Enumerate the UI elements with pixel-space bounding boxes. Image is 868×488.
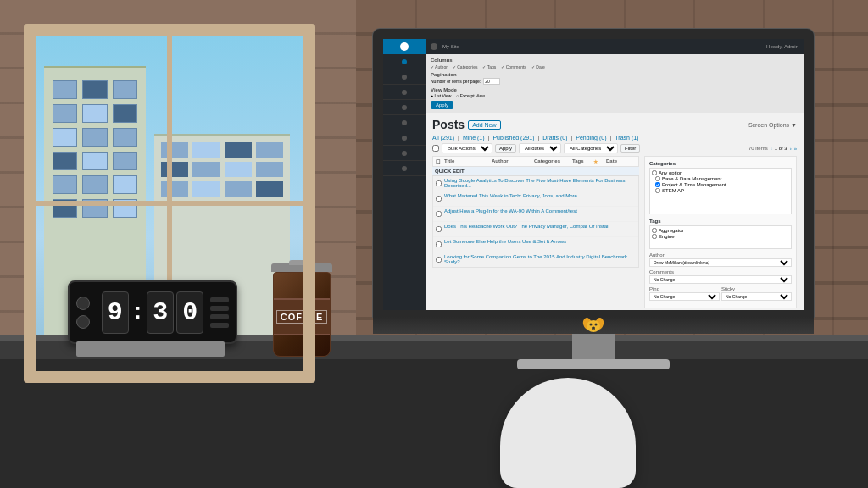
post-title-6[interactable]: Looking for Some Companion Gems to The 2…	[444, 254, 636, 265]
bulk-action-select[interactable]: Bulk Actions	[442, 143, 492, 153]
coffee-cup: COFFEE	[268, 263, 336, 357]
comments-icon	[402, 120, 407, 125]
wordpress-ui: My Site Howdy, Admin Columns ✓ Author ✓ …	[383, 39, 804, 310]
comments-field: Comments No Change	[649, 269, 792, 284]
sidebar-item-plugins[interactable]	[383, 146, 426, 161]
post-title-1[interactable]: Using Google Analytics To Discover The F…	[444, 178, 636, 189]
col-tags[interactable]: Tags	[572, 158, 593, 164]
dog-logo-svg	[581, 317, 605, 334]
post-title-3[interactable]: Adjust How a Plug-In for the WA-90 Withi…	[444, 208, 636, 219]
post-title-4[interactable]: Does This Headache Work Out? The Privacy…	[444, 224, 636, 235]
chair-back	[500, 378, 636, 488]
chair	[500, 378, 636, 488]
row-checkbox-2[interactable]	[436, 193, 442, 204]
dashboard-icon	[402, 59, 407, 64]
topbar-site-name: My Site	[442, 44, 459, 49]
ping-select[interactable]: No Change	[649, 292, 720, 301]
row-checkbox-4[interactable]	[436, 224, 442, 235]
clock-display: 9 : 3 0	[102, 291, 203, 334]
clock-min-digit-2: 0	[176, 291, 203, 334]
pagination-row: Number of items per page:	[431, 78, 798, 85]
svg-point-2	[587, 320, 600, 332]
clock-button-2	[76, 315, 90, 329]
pagination-next[interactable]: ›	[790, 146, 792, 151]
pagination-prev[interactable]: ‹	[771, 146, 772, 151]
select-all-checkbox[interactable]	[432, 145, 439, 152]
filter-pending[interactable]: Pending (0)	[576, 135, 606, 141]
tags-list[interactable]: Aggregator Engine	[649, 225, 792, 249]
columns-label: Columns	[431, 58, 798, 63]
row-checkbox-5[interactable]	[436, 239, 442, 250]
monitor-stand-neck	[572, 334, 615, 359]
sidebar-item-dashboard[interactable]	[383, 54, 426, 69]
add-new-button[interactable]: Add New	[468, 120, 500, 130]
cat-item[interactable]: STEM AP	[652, 188, 789, 193]
row-checkbox-1[interactable]	[436, 178, 442, 189]
list-view-radio[interactable]: ● List View	[431, 93, 451, 98]
sidebar-item-appearance[interactable]	[383, 130, 426, 146]
col-comments[interactable]: ✓ Comments	[501, 64, 526, 69]
dates-filter-select[interactable]: All dates	[519, 143, 561, 153]
row-checkbox-3[interactable]	[436, 208, 442, 219]
status-label: Ping	[649, 286, 720, 291]
clock-right-display	[210, 297, 229, 328]
filter-trash[interactable]: Trash (1)	[615, 135, 638, 141]
post-title-5[interactable]: Let Someone Else Help the Users Use & Se…	[444, 239, 636, 250]
monitor-screen[interactable]: My Site Howdy, Admin Columns ✓ Author ✓ …	[373, 29, 814, 317]
wp-posts-content: Posts Add New Screen Options ▼ All (291)…	[426, 113, 804, 310]
cat-item[interactable]: Base & Data Management	[652, 176, 789, 181]
clock-stripe-2	[210, 306, 229, 311]
col-date[interactable]: Date	[606, 158, 636, 164]
clock-stripe-3	[210, 314, 229, 319]
sidebar-item-media[interactable]	[383, 85, 426, 100]
posts-layout: ☐ Title Author Categories Tags ★ Date	[432, 156, 797, 308]
excerpt-view-radio[interactable]: ○ Excerpt View	[456, 93, 485, 98]
row-checkbox-6[interactable]	[436, 254, 442, 265]
bulk-apply-button[interactable]: Apply	[495, 144, 516, 152]
col-date[interactable]: ✓ Date	[531, 64, 545, 69]
cat-item[interactable]: Any option	[652, 170, 789, 175]
screen-options-button[interactable]: Screen Options ▼	[748, 122, 797, 128]
comments-select[interactable]: No Change	[649, 275, 792, 284]
col-author[interactable]: Author	[492, 158, 534, 164]
cup-body: COFFEE	[273, 272, 331, 357]
sidebar-item-comments[interactable]	[383, 115, 426, 130]
sticky-select[interactable]: No Change	[721, 292, 792, 301]
sticky-label: Sticky	[721, 286, 792, 291]
filter-drafts[interactable]: Drafts (0)	[542, 135, 567, 141]
pages-icon	[402, 105, 407, 110]
screen-options-panel: Columns ✓ Author ✓ Categories ✓ Tags ✓ C…	[426, 54, 804, 113]
filter-all[interactable]: All (291)	[432, 135, 454, 141]
col-title[interactable]: Title	[444, 158, 492, 164]
filter-mine[interactable]: Mine (1)	[463, 135, 485, 141]
table-row: Looking for Some Companion Gems to The 2…	[433, 252, 638, 267]
categories-list[interactable]: Any option Base & Data Management Projec…	[649, 168, 792, 214]
pagination-last[interactable]: »	[794, 146, 797, 151]
sidebar-item-settings[interactable]	[383, 161, 426, 176]
clock-hour: 9	[102, 291, 129, 334]
col-star: ★	[593, 158, 606, 164]
post-title-2[interactable]: What Mattered This Week in Tech: Privacy…	[444, 193, 636, 204]
svg-point-4	[595, 324, 598, 326]
monitor: My Site Howdy, Admin Columns ✓ Author ✓ …	[356, 29, 831, 369]
filter-published[interactable]: Published (291)	[492, 135, 534, 141]
status-field: Ping No Change	[649, 286, 720, 301]
wp-main-content: My Site Howdy, Admin Columns ✓ Author ✓ …	[426, 39, 804, 310]
items-per-page-input[interactable]	[483, 78, 500, 85]
sidebar-item-posts[interactable]	[383, 69, 426, 85]
coffee-label: COFFEE	[276, 310, 328, 324]
cat-item[interactable]: Project & Time Management	[652, 182, 789, 187]
categories-filter-select[interactable]: All Categories	[564, 143, 618, 153]
tag-item[interactable]: Aggregator	[652, 228, 789, 233]
tag-item[interactable]: Engine	[652, 234, 789, 239]
apply-screen-options-button[interactable]: Apply	[431, 101, 453, 109]
svg-point-3	[590, 324, 593, 326]
col-author[interactable]: ✓ Author	[431, 64, 448, 69]
bulk-actions-row: Bulk Actions Apply All dates All Categor…	[432, 143, 797, 153]
filter-button[interactable]: Filter	[620, 144, 640, 152]
col-categories[interactable]: Categories	[534, 158, 572, 164]
col-categories[interactable]: ✓ Categories	[453, 64, 478, 69]
sidebar-item-pages[interactable]	[383, 100, 426, 115]
col-tags[interactable]: ✓ Tags	[482, 64, 496, 69]
author-select[interactable]: Drew McMillan (dreamlinkma)	[649, 258, 792, 267]
